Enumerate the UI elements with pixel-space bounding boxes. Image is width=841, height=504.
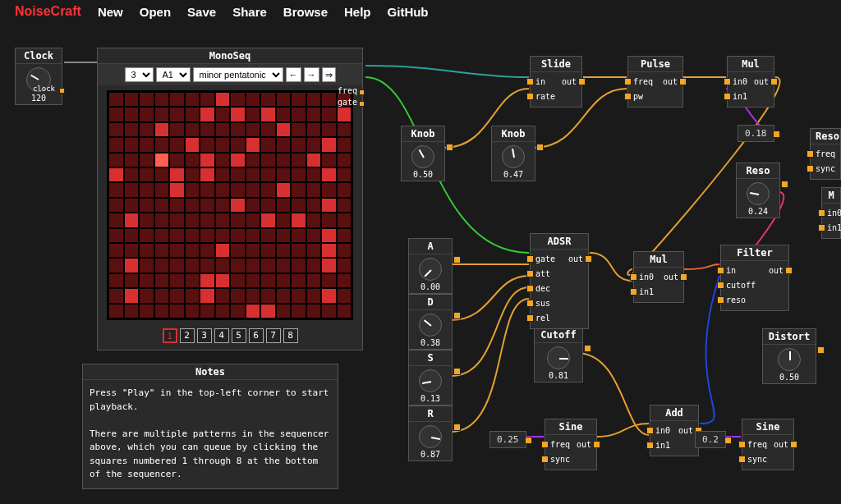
seq-cell[interactable]: [261, 168, 275, 181]
pattern-5[interactable]: 5: [232, 328, 246, 343]
seq-cell[interactable]: [200, 274, 214, 287]
seq-cell[interactable]: [277, 259, 291, 272]
seq-cell[interactable]: [155, 123, 169, 136]
sine1-freq-port[interactable]: freq: [550, 438, 570, 451]
knob-d-out[interactable]: [446, 309, 452, 315]
mul1-node[interactable]: Mul in0 in1 out: [727, 56, 774, 108]
mul1-in1-port[interactable]: in1: [733, 90, 747, 103]
sine1-sync-port[interactable]: sync: [550, 453, 570, 466]
seq-cell[interactable]: [170, 183, 184, 196]
seq-cell[interactable]: [307, 138, 321, 151]
seq-cell[interactable]: [292, 153, 306, 167]
seq-cell[interactable]: [292, 168, 306, 181]
seq-cell[interactable]: [170, 289, 184, 302]
seq-cell[interactable]: [186, 274, 200, 287]
root-select[interactable]: A1: [156, 67, 191, 82]
pattern-6[interactable]: 6: [249, 328, 264, 343]
seq-cell[interactable]: [216, 259, 230, 272]
adsr-att-port[interactable]: att: [535, 268, 555, 281]
seq-cell[interactable]: [200, 289, 214, 302]
seq-cell[interactable]: [140, 199, 154, 212]
seq-cell[interactable]: [261, 183, 275, 196]
seq-cell[interactable]: [246, 123, 260, 136]
seq-cell[interactable]: [200, 168, 214, 181]
knob-d-dial[interactable]: [419, 314, 442, 337]
cutoff-node[interactable]: Cutoff 0.81: [534, 327, 583, 383]
seq-cell[interactable]: [125, 168, 139, 181]
seq-cell[interactable]: [140, 183, 154, 196]
seq-cell[interactable]: [216, 274, 230, 287]
knob-a-out[interactable]: [446, 254, 452, 259]
seq-cell[interactable]: [170, 168, 184, 181]
seq-cell[interactable]: [246, 289, 260, 302]
seq-cell[interactable]: [186, 138, 200, 151]
mul2-node[interactable]: Mul in0 in1 out: [633, 251, 684, 303]
seq-cell[interactable]: [170, 229, 184, 242]
seq-cell[interactable]: [109, 93, 123, 106]
mul2-out-port[interactable]: out: [664, 271, 678, 284]
seq-cell[interactable]: [155, 213, 169, 227]
knob-r-node[interactable]: R 0.87: [408, 405, 453, 461]
seq-cell[interactable]: [186, 305, 200, 318]
seq-cell[interactable]: [231, 305, 245, 318]
seq-cell[interactable]: [155, 229, 169, 242]
seq-cell[interactable]: [200, 93, 214, 106]
knob-r-out[interactable]: [446, 421, 452, 427]
seq-cell[interactable]: [140, 168, 154, 181]
seq-cell[interactable]: [140, 123, 154, 136]
seq-cell[interactable]: [109, 274, 123, 287]
seq-cell[interactable]: [307, 108, 321, 121]
seq-cell[interactable]: [109, 229, 123, 242]
seq-cell[interactable]: [125, 213, 139, 227]
seq-cell[interactable]: [322, 244, 336, 257]
cutoff-out[interactable]: [577, 342, 582, 348]
seq-cell[interactable]: [200, 138, 214, 151]
filter-reso-port[interactable]: reso: [726, 294, 756, 307]
menu-share[interactable]: Share: [232, 5, 267, 19]
seq-cell[interactable]: [170, 138, 184, 151]
seq-cell[interactable]: [292, 229, 306, 242]
seq-cell[interactable]: [231, 199, 245, 212]
filter-out-port[interactable]: out: [769, 264, 784, 277]
seq-cell[interactable]: [186, 168, 200, 181]
seq-cell[interactable]: [155, 244, 169, 257]
seq-cell[interactable]: [307, 168, 321, 181]
seq-cell[interactable]: [200, 199, 214, 212]
seq-cell[interactable]: [200, 183, 214, 196]
sine2-node[interactable]: Sine freq sync out: [742, 419, 794, 470]
seq-cell[interactable]: [109, 244, 123, 257]
seq-cell[interactable]: [338, 138, 352, 151]
seq-cell[interactable]: [292, 259, 306, 272]
seq-cell[interactable]: [322, 289, 336, 302]
seq-cell[interactable]: [261, 123, 275, 136]
seq-cell[interactable]: [125, 229, 139, 242]
knob-a-dial[interactable]: [419, 258, 442, 281]
reso-knob-node[interactable]: Reso 0.24: [736, 163, 780, 218]
seq-cell[interactable]: [125, 153, 139, 167]
seq-cell[interactable]: [292, 213, 306, 227]
seq-cell[interactable]: [261, 199, 275, 212]
seq-cell[interactable]: [140, 108, 154, 121]
menu-open[interactable]: Open: [140, 5, 171, 19]
adsr-out-port[interactable]: out: [568, 253, 583, 266]
octave-select[interactable]: 3: [125, 67, 154, 82]
m-in0-port[interactable]: in0: [827, 207, 841, 220]
seq-cell[interactable]: [140, 93, 154, 106]
seq-cell[interactable]: [261, 305, 275, 318]
sine2-sync-port[interactable]: sync: [747, 453, 767, 466]
menu-browse[interactable]: Browse: [283, 5, 328, 19]
seq-cell[interactable]: [170, 274, 184, 287]
seq-cell[interactable]: [261, 93, 275, 106]
seq-cell[interactable]: [170, 123, 184, 136]
knob1-dial[interactable]: [411, 145, 434, 168]
seq-cell[interactable]: [170, 259, 184, 272]
seq-cell[interactable]: [216, 289, 230, 302]
seq-cell[interactable]: [109, 289, 123, 302]
seq-cell[interactable]: [307, 153, 321, 167]
seq-cell[interactable]: [155, 259, 169, 272]
seq-cell[interactable]: [216, 168, 230, 181]
seq-cell[interactable]: [109, 123, 123, 136]
seq-cell[interactable]: [277, 168, 291, 181]
seq-cell[interactable]: [186, 229, 200, 242]
seq-cell[interactable]: [216, 244, 230, 257]
